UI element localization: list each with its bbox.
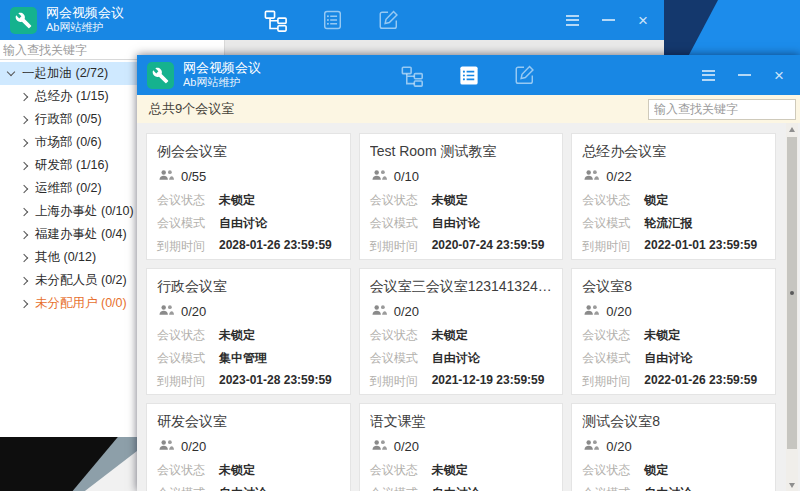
scroll-down-arrow-icon[interactable] [786, 479, 798, 491]
tree-item-label: 市场部 (0/6) [35, 134, 102, 151]
expire-row: 到期时间 2021-12-19 23:59:59 [370, 373, 553, 390]
org-chart-icon[interactable] [400, 63, 425, 88]
list-icon[interactable] [456, 63, 481, 88]
room-name: 总经办会议室 [582, 143, 765, 161]
room-name: 语文课堂 [370, 413, 553, 431]
expire-value: 2022-01-01 23:59:59 [644, 238, 757, 255]
chevron-icon[interactable] [20, 92, 28, 100]
participant-count: 0/10 [394, 169, 419, 184]
meeting-rooms-window: 网会视频会议 Ab网站维护 [137, 55, 800, 491]
participant-count-row: 0/20 [370, 437, 553, 455]
expire-row: 到期时间 2022-01-26 23:59:59 [582, 373, 765, 390]
scrollbar-grip-icon [790, 291, 794, 295]
edit-icon[interactable] [376, 8, 401, 33]
participant-count-row: 0/20 [157, 437, 340, 455]
chevron-icon[interactable] [20, 299, 28, 307]
scroll-up-arrow-icon[interactable] [786, 123, 798, 135]
status-value: 未锁定 [219, 192, 255, 209]
status-label: 会议状态 [582, 462, 644, 479]
summary-bar: 总共9个会议室 [137, 95, 800, 123]
room-card: 研发会议室 0/20 会议状态 未锁定 会议模式 自由讨论 到期时间 2022-… [146, 403, 351, 491]
chevron-icon[interactable] [20, 184, 28, 192]
expire-label: 到期时间 [582, 238, 644, 255]
status-value: 未锁定 [219, 462, 255, 479]
edit-icon[interactable] [512, 63, 537, 88]
room-card: 语文课堂 0/20 会议状态 未锁定 会议模式 自由讨论 到期时间 2022-0… [359, 403, 564, 491]
tree-item-label: 其他 (0/12) [35, 249, 96, 266]
people-icon [584, 437, 599, 455]
mode-label: 会议模式 [582, 350, 644, 367]
mode-value: 自由讨论 [432, 215, 480, 232]
room-name: 会议室8 [582, 278, 765, 296]
status-value: 未锁定 [432, 327, 468, 344]
vertical-scrollbar[interactable] [786, 123, 798, 491]
chevron-icon[interactable] [20, 230, 28, 238]
mode-value: 自由讨论 [432, 350, 480, 367]
scrollbar-thumb[interactable] [787, 137, 797, 449]
chevron-icon[interactable] [20, 138, 28, 146]
app-subtitle: Ab网站维护 [183, 76, 261, 90]
mode-label: 会议模式 [157, 485, 219, 491]
status-label: 会议状态 [370, 462, 432, 479]
tree-item-label: 研发部 (1/16) [35, 157, 109, 174]
status-value: 未锁定 [219, 327, 255, 344]
people-icon [372, 437, 387, 455]
mode-row: 会议模式 轮流汇报 [582, 215, 765, 232]
back-toolbar [264, 0, 401, 40]
room-search-input[interactable] [648, 99, 796, 120]
room-card: 行政会议室 0/20 会议状态 未锁定 会议模式 集中管理 到期时间 2023-… [146, 268, 351, 395]
wrench-icon [10, 7, 37, 34]
room-name: 行政会议室 [157, 278, 340, 296]
participant-count: 0/22 [606, 169, 631, 184]
close-icon[interactable]: × [774, 67, 784, 84]
mode-label: 会议模式 [157, 350, 219, 367]
expire-row: 到期时间 2020-07-24 23:59:59 [370, 238, 553, 255]
status-row: 会议状态 未锁定 [157, 192, 340, 209]
chevron-icon[interactable] [20, 115, 28, 123]
back-window-controls: × [566, 0, 648, 40]
participant-count: 0/55 [181, 169, 206, 184]
status-label: 会议状态 [370, 327, 432, 344]
chevron-icon[interactable] [20, 207, 28, 215]
minimize-icon[interactable] [738, 74, 751, 76]
participant-count-row: 0/20 [582, 302, 765, 320]
status-label: 会议状态 [370, 192, 432, 209]
participant-count: 0/20 [181, 304, 206, 319]
chevron-icon[interactable] [7, 68, 15, 76]
app-title: 网会视频会议 [183, 60, 261, 76]
expire-value: 2022-01-26 23:59:59 [644, 373, 757, 390]
mode-label: 会议模式 [582, 485, 644, 491]
room-name: 研发会议室 [157, 413, 340, 431]
desktop: 网会视频会议 Ab网站维护 [0, 0, 800, 491]
mode-label: 会议模式 [370, 350, 432, 367]
participant-count: 0/20 [606, 439, 631, 454]
chevron-icon[interactable] [20, 276, 28, 284]
status-row: 会议状态 未锁定 [582, 327, 765, 344]
status-value: 未锁定 [432, 192, 468, 209]
chevron-icon[interactable] [20, 161, 28, 169]
mode-value: 轮流汇报 [644, 215, 692, 232]
menu-icon[interactable] [566, 15, 579, 26]
list-icon[interactable] [320, 8, 345, 33]
mode-row: 会议模式 自由讨论 [370, 350, 553, 367]
org-chart-icon[interactable] [264, 8, 289, 33]
room-name: 会议室三会议室123141324141三会议室 [370, 278, 553, 296]
people-icon [159, 167, 174, 185]
minimize-icon[interactable] [602, 19, 615, 21]
chevron-icon[interactable] [20, 253, 28, 261]
mode-value: 自由讨论 [644, 485, 692, 491]
mode-label: 会议模式 [370, 215, 432, 232]
status-label: 会议状态 [157, 462, 219, 479]
close-icon[interactable]: × [638, 12, 648, 29]
status-label: 会议状态 [582, 192, 644, 209]
mode-row: 会议模式 自由讨论 [582, 350, 765, 367]
participant-count: 0/20 [606, 304, 631, 319]
menu-icon[interactable] [702, 70, 715, 81]
status-row: 会议状态 未锁定 [370, 462, 553, 479]
expire-value: 2021-12-19 23:59:59 [432, 373, 545, 390]
status-row: 会议状态 未锁定 [370, 327, 553, 344]
front-window-controls: × [702, 55, 784, 95]
status-label: 会议状态 [157, 192, 219, 209]
mode-row: 会议模式 自由讨论 [157, 485, 340, 491]
status-row: 会议状态 锁定 [582, 192, 765, 209]
